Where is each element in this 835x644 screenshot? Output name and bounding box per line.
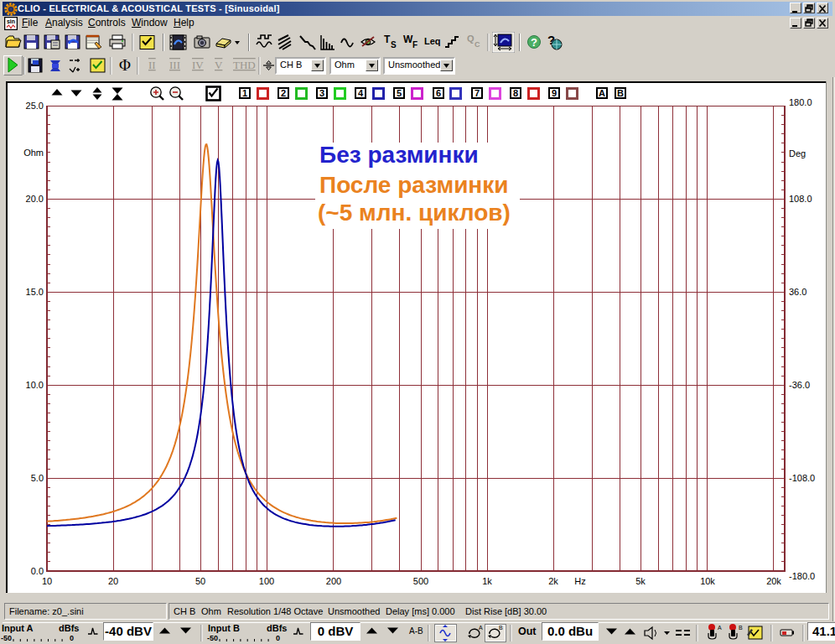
svg-text:dBfs: dBfs — [59, 623, 79, 633]
svg-text:0: 0 — [276, 634, 280, 642]
svg-text:-50: -50 — [207, 634, 218, 642]
svg-text:B: B — [739, 625, 743, 631]
svg-text:-50: -50 — [1, 634, 12, 642]
svg-text:Input A: Input A — [2, 623, 34, 633]
svg-text:A: A — [718, 625, 722, 631]
svg-text:dBfs: dBfs — [267, 623, 287, 633]
svg-text:0: 0 — [70, 634, 74, 642]
svg-text:Out: Out — [518, 626, 537, 637]
svg-text:Input B: Input B — [208, 623, 240, 633]
svg-text:A-B: A-B — [409, 626, 423, 636]
svg-text:A: A — [479, 625, 483, 631]
svg-text:B: B — [499, 625, 503, 631]
